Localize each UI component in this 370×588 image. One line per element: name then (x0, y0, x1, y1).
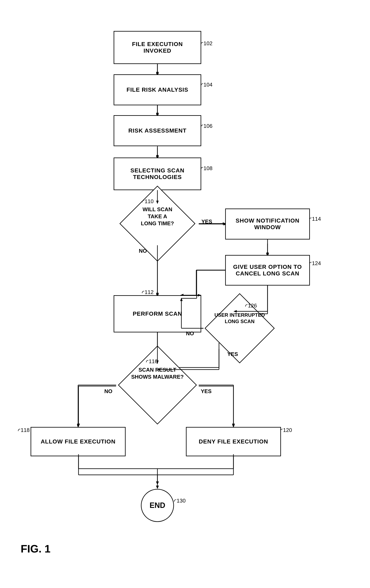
ref-106: 106 (204, 123, 212, 129)
ref-116-curve (145, 359, 149, 363)
ref-106-curve (200, 124, 204, 128)
risk-assessment-box: RISK ASSESSMENT (114, 115, 201, 146)
ref-112: 112 (145, 289, 153, 295)
yes-label-2: YES (227, 351, 238, 357)
user-interrupted-label: USER INTERRUPTEDLONG SCAN (214, 312, 265, 324)
scan-result-label: SCAN RESULTSHOWS MALWARE? (131, 367, 184, 380)
ref-110: 110 (145, 198, 153, 205)
perform-scan-label: PERFORM SCAN (133, 311, 182, 317)
svg-marker-32 (77, 424, 80, 427)
ref-114-curve (308, 217, 313, 221)
ref-108: 108 (204, 165, 212, 172)
perform-scan-box: PERFORM SCAN (114, 295, 201, 332)
no-label-3: NO (104, 388, 112, 395)
ref-124-curve (308, 261, 313, 265)
show-notification-box: SHOW NOTIFICATIONWINDOW (225, 209, 310, 240)
allow-file-label: ALLOW FILE EXECUTION (41, 438, 116, 445)
deny-file-box: DENY FILE EXECUTION (186, 427, 281, 456)
scan-result-diamond: SCAN RESULTSHOWS MALWARE? (116, 363, 199, 407)
no-label-2: NO (186, 330, 194, 337)
ref-118: 118 (21, 427, 30, 433)
svg-marker-35 (232, 424, 235, 427)
file-risk-analysis-label: FILE RISK ANALYSIS (126, 86, 188, 93)
end-circle: END (141, 489, 174, 522)
no-label-1: NO (139, 248, 147, 254)
bottom-connections (21, 454, 269, 495)
ref-118-curve (17, 428, 21, 432)
ref-110-curve (141, 199, 145, 203)
ref-108-curve (200, 166, 204, 170)
selecting-scan-label: SELECTING SCANTECHNOLOGIES (130, 167, 184, 180)
ref-104-curve (200, 83, 204, 87)
selecting-scan-box: SELECTING SCANTECHNOLOGIES (114, 158, 201, 190)
ref-102: 102 (204, 40, 212, 47)
end-label: END (150, 501, 165, 510)
figure-label: FIG. 1 (21, 543, 50, 555)
ref-130: 130 (177, 498, 185, 504)
user-interrupted-diamond: USER INTERRUPTEDLONG SCAN (204, 308, 276, 349)
file-risk-analysis-box: FILE RISK ANALYSIS (114, 74, 201, 105)
ref-104: 104 (204, 82, 212, 88)
svg-marker-47 (156, 482, 159, 485)
ref-114: 114 (312, 216, 321, 222)
ref-124: 124 (312, 260, 321, 267)
diagram-container: FILE EXECUTIONINVOKED 102 FILE RISK ANAL… (0, 0, 370, 588)
risk-assessment-label: RISK ASSESSMENT (128, 127, 186, 134)
will-scan-label: WILL SCANTAKE ALONG TIME? (141, 206, 174, 227)
file-execution-box: FILE EXECUTIONINVOKED (114, 31, 201, 64)
file-execution-label: FILE EXECUTIONINVOKED (132, 41, 183, 54)
ref-112-curve (141, 290, 145, 294)
yes-label-1: YES (201, 219, 212, 225)
ref-120: 120 (283, 427, 292, 433)
will-scan-diamond: WILL SCANTAKE ALONG TIME? (116, 203, 199, 244)
deny-file-label: DENY FILE EXECUTION (199, 438, 268, 445)
give-user-option-label: GIVE USER OPTION TOCANCEL LONG SCAN (233, 264, 302, 277)
ref-126: 126 (248, 303, 257, 309)
ref-126-curve (244, 304, 249, 308)
ref-102-curve (200, 41, 204, 45)
yes-label-3: YES (201, 388, 212, 395)
ref-120-curve (280, 428, 284, 432)
allow-file-box: ALLOW FILE EXECUTION (31, 427, 126, 456)
ref-116: 116 (149, 358, 158, 365)
show-notification-label: SHOW NOTIFICATIONWINDOW (236, 217, 300, 231)
ref-130-curve (173, 499, 177, 503)
give-user-option-box: GIVE USER OPTION TOCANCEL LONG SCAN (225, 255, 310, 285)
